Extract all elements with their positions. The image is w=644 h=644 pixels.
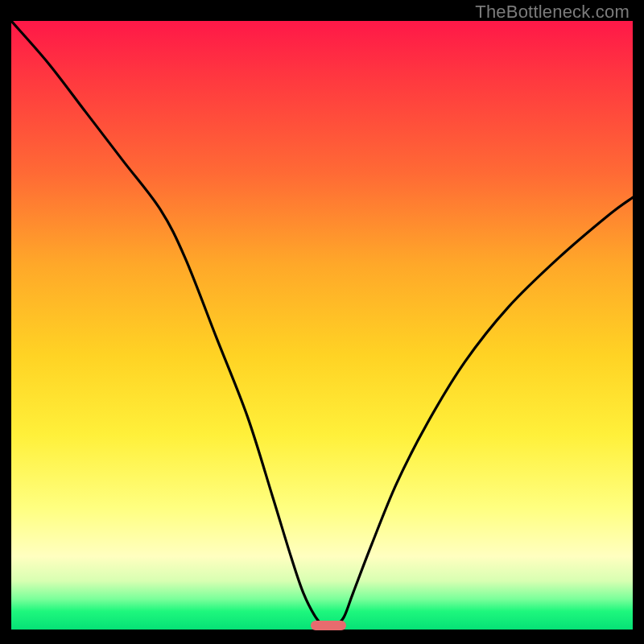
chart-frame: TheBottleneck.com — [0, 0, 644, 644]
watermark-text: TheBottleneck.com — [475, 2, 630, 23]
min-marker — [311, 621, 346, 630]
curve-svg — [11, 21, 633, 630]
plot-area — [11, 21, 633, 630]
bottleneck-curve — [11, 21, 633, 628]
